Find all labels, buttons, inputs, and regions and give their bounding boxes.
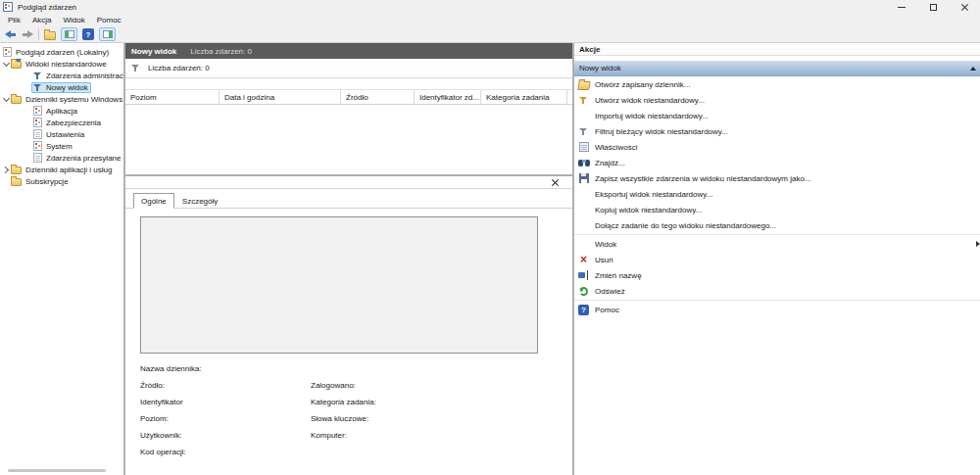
close-icon [960, 3, 969, 12]
actions-group-header[interactable]: Nowy widok [574, 61, 980, 76]
actions-separator [574, 300, 980, 301]
page-icon [33, 153, 42, 163]
menu-view[interactable]: Widok [57, 16, 90, 24]
menu-help[interactable]: Pomoc [91, 16, 127, 24]
minimize-icon [898, 7, 906, 8]
events-table-body[interactable] [125, 105, 572, 174]
menu-action[interactable]: Akcja [26, 16, 58, 24]
action-import-custom-view[interactable]: Importuj widok niestandardowy... [574, 108, 980, 123]
tab-details[interactable]: Szczegóły [174, 193, 225, 209]
tree-item-label: Zdarzenia administracyjne [46, 71, 125, 80]
submenu-arrow-icon [976, 241, 980, 247]
action-label: Widok [595, 240, 616, 249]
forward-arrow-icon[interactable] [22, 30, 33, 39]
maximize-button[interactable] [917, 0, 949, 14]
action-save-all-events[interactable]: Zapisz wszystkie zdarzenia w widoku nies… [574, 170, 980, 186]
events-table-header: Poziom Data i godzina Źródło Identyfikat… [125, 89, 572, 105]
tree-item-windows-logs[interactable]: Dzienniki systemu Windows [0, 93, 123, 105]
tab-general[interactable]: Ogólne [133, 193, 174, 209]
action-delete[interactable]: × Usuń [574, 252, 980, 267]
chevron-down-icon[interactable] [2, 60, 11, 69]
column-header-task-category[interactable]: Kategoria zadania [481, 90, 567, 104]
chevron-right-icon[interactable] [2, 166, 11, 174]
close-button[interactable] [949, 0, 980, 14]
delete-icon: × [580, 255, 587, 264]
action-properties[interactable]: Właściwości [574, 139, 980, 155]
tree-item-new-view[interactable]: Nowy widok [0, 81, 123, 93]
action-view-submenu[interactable]: Widok [574, 236, 980, 252]
maximize-icon [930, 4, 937, 11]
actions-panel-title: Akcje [574, 43, 980, 56]
menu-bar: Plik Akcja Widok Pomoc [0, 14, 980, 26]
action-label: Filtruj bieżący widok niestandardowy... [595, 127, 728, 136]
tree-item-root[interactable]: Podgląd zdarzeń (Lokalny) [0, 46, 123, 58]
tree-item-label: Zdarzenia przesyłane dalej [46, 154, 125, 163]
help-icon[interactable] [82, 28, 94, 40]
tree-item-forwarded-events[interactable]: Zdarzenia przesyłane dalej [0, 152, 123, 164]
show-console-tree-button[interactable] [61, 27, 77, 41]
tree-item-label: Widoki niestandardowe [25, 60, 107, 69]
tree-item-application[interactable]: Aplikacja [0, 105, 123, 117]
action-refresh[interactable]: Odśwież [574, 283, 980, 299]
folder-icon [11, 166, 22, 174]
window-title: Podgląd zdarzeń [18, 3, 76, 12]
action-create-custom-view[interactable]: Utwórz widok niestandardowy... [574, 92, 980, 108]
show-action-pane-button[interactable] [99, 27, 116, 41]
find-icon [578, 159, 590, 166]
field-user: Użytkownik: [140, 431, 311, 440]
tree-item-label: Subskrypcje [25, 177, 69, 186]
tree-item-system[interactable]: System [0, 140, 123, 152]
event-viewer-icon [3, 47, 12, 57]
action-pane-icon [103, 30, 113, 38]
horizontal-scrollbar[interactable] [8, 469, 106, 472]
properties-icon [579, 142, 589, 152]
action-find[interactable]: Znajdź... [574, 155, 980, 170]
column-header-level[interactable]: Poziom [125, 90, 220, 104]
tree-item-label: Dzienniki aplikacji i usług [25, 166, 112, 174]
field-keywords: Słowa kluczowe: [311, 414, 572, 423]
collapse-icon[interactable] [970, 67, 976, 71]
action-label: Usuń [595, 256, 613, 264]
menu-file[interactable]: Plik [2, 16, 26, 24]
minimize-button[interactable] [886, 0, 917, 14]
tree-item-label: Nowy widok [46, 83, 88, 92]
page-icon [33, 129, 42, 139]
action-export-custom-view[interactable]: Eksportuj widok niestandardowy... [574, 186, 980, 202]
chevron-down-icon[interactable] [2, 95, 11, 104]
field-logged: Zalogowano: [311, 381, 572, 390]
console-tree: Podgląd zdarzeń (Lokalny) Widoki niestan… [0, 43, 125, 475]
tree-item-label: Ustawienia [46, 130, 84, 139]
tree-item-setup[interactable]: Ustawienia [0, 128, 123, 140]
tree-item-app-services-logs[interactable]: Dzienniki aplikacji i usług [0, 164, 123, 175]
column-header-event-id[interactable]: Identyfikator zd... [415, 90, 481, 104]
column-header-source[interactable]: Źródło [341, 90, 415, 104]
events-panel-count: Liczba zdarzeń: 0 [190, 47, 252, 56]
back-arrow-icon[interactable] [5, 30, 17, 39]
open-log-icon [577, 81, 591, 90]
column-header-date[interactable]: Data i godzina [220, 90, 341, 104]
tree-item-security[interactable]: Zabezpieczenia [0, 117, 123, 128]
action-rename[interactable]: Zmień nazwę [574, 267, 980, 283]
console-tree-icon [65, 30, 74, 38]
column-header-filler [567, 90, 572, 104]
action-help[interactable]: Pomoc [574, 302, 980, 317]
event-viewer-window: Podgląd zdarzeń Plik Akcja Widok Pomoc P… [0, 0, 980, 475]
action-label: Eksportuj widok niestandardowy... [595, 190, 712, 199]
action-open-saved-log[interactable]: Otwórz zapisany dziennik... [574, 76, 980, 92]
event-fields: Nazwa dziennika: Źródło: Zalogowano: Ide… [125, 360, 572, 460]
tree-item-subscriptions[interactable]: Subskrypcje [0, 175, 123, 187]
action-copy-custom-view[interactable]: Kopiuj widok niestandardowy... [574, 202, 980, 217]
tree-item-admin-events[interactable]: Zdarzenia administracyjne [0, 70, 123, 81]
action-label: Utwórz widok niestandardowy... [595, 96, 705, 105]
preview-tabs: Ogólne Szczegóły [125, 189, 572, 209]
action-label: Importuj widok niestandardowy... [595, 112, 709, 120]
app-icon [3, 2, 13, 12]
close-icon[interactable] [552, 179, 559, 186]
tree-item-custom-views[interactable]: Widoki niestandardowe [0, 58, 123, 70]
action-attach-task[interactable]: Dołącz zadanie do tego widoku niestandar… [574, 217, 980, 233]
open-folder-icon[interactable] [44, 31, 56, 40]
main-area: Podgląd zdarzeń (Lokalny) Widoki niestan… [0, 43, 980, 475]
action-label: Kopiuj widok niestandardowy... [595, 206, 702, 214]
action-filter-current-view[interactable]: Filtruj bieżący widok niestandardowy... [574, 123, 980, 139]
actions-group-label: Nowy widok [579, 64, 621, 72]
